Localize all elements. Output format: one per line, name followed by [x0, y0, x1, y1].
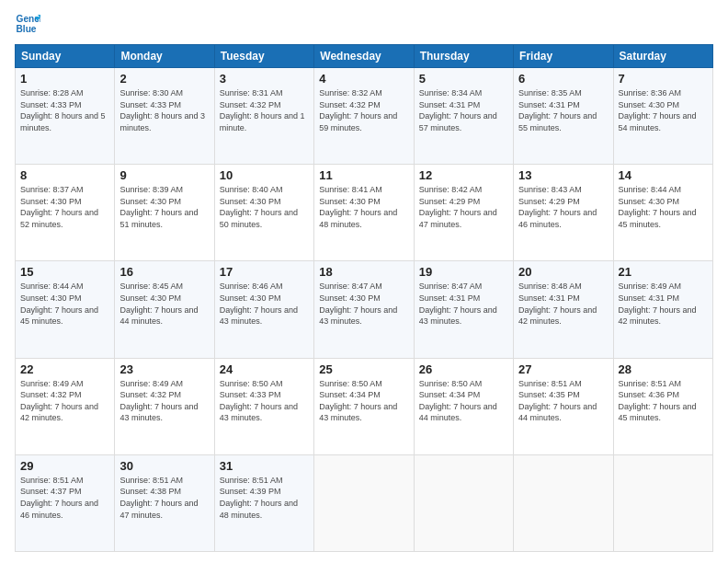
day-number: 21 — [619, 265, 708, 279]
day-number: 28 — [619, 362, 708, 376]
calendar-table: SundayMondayTuesdayWednesdayThursdayFrid… — [15, 44, 713, 552]
cell-info: Sunrise: 8:30 AMSunset: 4:33 PMDaylight:… — [119, 87, 209, 133]
cell-info: Sunrise: 8:44 AMSunset: 4:30 PMDaylight:… — [619, 184, 708, 230]
calendar-cell: 1Sunrise: 8:28 AMSunset: 4:33 PMDaylight… — [16, 68, 115, 165]
day-number: 11 — [319, 168, 408, 182]
calendar-cell: 10Sunrise: 8:40 AMSunset: 4:30 PMDayligh… — [214, 165, 313, 261]
day-number: 31 — [220, 459, 309, 473]
calendar-cell: 3Sunrise: 8:31 AMSunset: 4:32 PMDaylight… — [214, 68, 313, 165]
cell-info: Sunrise: 8:47 AMSunset: 4:30 PMDaylight:… — [319, 281, 408, 327]
day-number: 3 — [220, 72, 309, 86]
calendar-cell: 9Sunrise: 8:39 AMSunset: 4:30 PMDaylight… — [115, 165, 214, 261]
cell-info: Sunrise: 8:50 AMSunset: 4:33 PMDaylight:… — [220, 378, 309, 424]
day-number: 20 — [518, 265, 608, 279]
cell-info: Sunrise: 8:31 AMSunset: 4:32 PMDaylight:… — [220, 87, 309, 133]
calendar-cell: 7Sunrise: 8:36 AMSunset: 4:30 PMDaylight… — [613, 68, 712, 165]
cell-info: Sunrise: 8:32 AMSunset: 4:32 PMDaylight:… — [319, 87, 408, 133]
calendar-cell: 29Sunrise: 8:51 AMSunset: 4:37 PMDayligh… — [16, 454, 115, 551]
calendar-week-2: 8Sunrise: 8:37 AMSunset: 4:30 PMDaylight… — [16, 165, 713, 261]
calendar-cell: 27Sunrise: 8:51 AMSunset: 4:35 PMDayligh… — [514, 358, 613, 454]
cell-info: Sunrise: 8:47 AMSunset: 4:31 PMDaylight:… — [419, 281, 508, 327]
day-number: 16 — [119, 265, 209, 279]
day-number: 23 — [119, 362, 209, 376]
day-number: 5 — [419, 72, 508, 86]
cell-info: Sunrise: 8:42 AMSunset: 4:29 PMDaylight:… — [419, 184, 508, 230]
calendar-cell: 11Sunrise: 8:41 AMSunset: 4:30 PMDayligh… — [314, 165, 414, 261]
cell-info: Sunrise: 8:51 AMSunset: 4:35 PMDaylight:… — [518, 378, 608, 424]
cell-info: Sunrise: 8:51 AMSunset: 4:39 PMDaylight:… — [220, 475, 309, 521]
cell-info: Sunrise: 8:51 AMSunset: 4:36 PMDaylight:… — [619, 378, 708, 424]
day-number: 9 — [119, 168, 209, 182]
svg-text:Blue: Blue — [17, 24, 37, 34]
cell-info: Sunrise: 8:44 AMSunset: 4:30 PMDaylight:… — [20, 281, 109, 327]
calendar-cell: 6Sunrise: 8:35 AMSunset: 4:31 PMDaylight… — [514, 68, 613, 165]
calendar-cell: 25Sunrise: 8:50 AMSunset: 4:34 PMDayligh… — [314, 358, 414, 454]
calendar-cell: 8Sunrise: 8:37 AMSunset: 4:30 PMDaylight… — [16, 165, 115, 261]
calendar-cell: 23Sunrise: 8:49 AMSunset: 4:32 PMDayligh… — [115, 358, 214, 454]
calendar-cell: 24Sunrise: 8:50 AMSunset: 4:33 PMDayligh… — [214, 358, 313, 454]
day-number: 29 — [20, 459, 109, 473]
day-number: 10 — [220, 168, 309, 182]
calendar-cell: 16Sunrise: 8:45 AMSunset: 4:30 PMDayligh… — [115, 261, 214, 358]
cell-info: Sunrise: 8:49 AMSunset: 4:32 PMDaylight:… — [119, 378, 209, 424]
calendar-header-monday: Monday — [115, 45, 214, 68]
calendar-cell: 31Sunrise: 8:51 AMSunset: 4:39 PMDayligh… — [214, 454, 313, 551]
header: General Blue — [15, 11, 713, 37]
day-number: 12 — [419, 168, 508, 182]
day-number: 27 — [518, 362, 608, 376]
calendar-header-friday: Friday — [514, 45, 613, 68]
cell-info: Sunrise: 8:34 AMSunset: 4:31 PMDaylight:… — [419, 87, 508, 133]
logo: General Blue — [15, 11, 44, 37]
calendar-header-row: SundayMondayTuesdayWednesdayThursdayFrid… — [16, 45, 713, 68]
day-number: 18 — [319, 265, 408, 279]
calendar-header-sunday: Sunday — [16, 45, 115, 68]
day-number: 13 — [518, 168, 608, 182]
page: General Blue SundayMondayTuesdayWednesda… — [0, 0, 728, 563]
day-number: 26 — [419, 362, 508, 376]
calendar-cell: 5Sunrise: 8:34 AMSunset: 4:31 PMDaylight… — [414, 68, 513, 165]
day-number: 15 — [20, 265, 109, 279]
calendar-cell: 17Sunrise: 8:46 AMSunset: 4:30 PMDayligh… — [214, 261, 313, 358]
calendar-cell: 2Sunrise: 8:30 AMSunset: 4:33 PMDaylight… — [115, 68, 214, 165]
calendar-cell: 19Sunrise: 8:47 AMSunset: 4:31 PMDayligh… — [414, 261, 513, 358]
cell-info: Sunrise: 8:35 AMSunset: 4:31 PMDaylight:… — [518, 87, 608, 133]
cell-info: Sunrise: 8:49 AMSunset: 4:31 PMDaylight:… — [619, 281, 708, 327]
calendar-cell: 18Sunrise: 8:47 AMSunset: 4:30 PMDayligh… — [314, 261, 414, 358]
day-number: 6 — [518, 72, 608, 86]
calendar-cell: 22Sunrise: 8:49 AMSunset: 4:32 PMDayligh… — [16, 358, 115, 454]
cell-info: Sunrise: 8:39 AMSunset: 4:30 PMDaylight:… — [119, 184, 209, 230]
calendar-header-wednesday: Wednesday — [314, 45, 414, 68]
day-number: 24 — [220, 362, 309, 376]
day-number: 22 — [20, 362, 109, 376]
cell-info: Sunrise: 8:51 AMSunset: 4:37 PMDaylight:… — [20, 475, 109, 521]
calendar-header-saturday: Saturday — [613, 45, 712, 68]
calendar-cell: 30Sunrise: 8:51 AMSunset: 4:38 PMDayligh… — [115, 454, 214, 551]
day-number: 4 — [319, 72, 408, 86]
day-number: 14 — [619, 168, 708, 182]
cell-info: Sunrise: 8:36 AMSunset: 4:30 PMDaylight:… — [619, 87, 708, 133]
cell-info: Sunrise: 8:51 AMSunset: 4:38 PMDaylight:… — [119, 475, 209, 521]
cell-info: Sunrise: 8:50 AMSunset: 4:34 PMDaylight:… — [419, 378, 508, 424]
calendar-cell: 4Sunrise: 8:32 AMSunset: 4:32 PMDaylight… — [314, 68, 414, 165]
calendar-cell: 13Sunrise: 8:43 AMSunset: 4:29 PMDayligh… — [514, 165, 613, 261]
day-number: 7 — [619, 72, 708, 86]
calendar-cell — [414, 454, 513, 551]
calendar-week-5: 29Sunrise: 8:51 AMSunset: 4:37 PMDayligh… — [16, 454, 713, 551]
calendar-week-3: 15Sunrise: 8:44 AMSunset: 4:30 PMDayligh… — [16, 261, 713, 358]
calendar-header-thursday: Thursday — [414, 45, 513, 68]
day-number: 25 — [319, 362, 408, 376]
calendar-cell: 20Sunrise: 8:48 AMSunset: 4:31 PMDayligh… — [514, 261, 613, 358]
cell-info: Sunrise: 8:48 AMSunset: 4:31 PMDaylight:… — [518, 281, 608, 327]
calendar-week-4: 22Sunrise: 8:49 AMSunset: 4:32 PMDayligh… — [16, 358, 713, 454]
day-number: 2 — [119, 72, 209, 86]
cell-info: Sunrise: 8:37 AMSunset: 4:30 PMDaylight:… — [20, 184, 109, 230]
cell-info: Sunrise: 8:40 AMSunset: 4:30 PMDaylight:… — [220, 184, 309, 230]
cell-info: Sunrise: 8:46 AMSunset: 4:30 PMDaylight:… — [220, 281, 309, 327]
calendar-cell: 14Sunrise: 8:44 AMSunset: 4:30 PMDayligh… — [613, 165, 712, 261]
calendar-cell: 15Sunrise: 8:44 AMSunset: 4:30 PMDayligh… — [16, 261, 115, 358]
calendar-cell: 12Sunrise: 8:42 AMSunset: 4:29 PMDayligh… — [414, 165, 513, 261]
calendar-cell: 21Sunrise: 8:49 AMSunset: 4:31 PMDayligh… — [613, 261, 712, 358]
cell-info: Sunrise: 8:41 AMSunset: 4:30 PMDaylight:… — [319, 184, 408, 230]
calendar-cell: 28Sunrise: 8:51 AMSunset: 4:36 PMDayligh… — [613, 358, 712, 454]
cell-info: Sunrise: 8:28 AMSunset: 4:33 PMDaylight:… — [20, 87, 109, 133]
